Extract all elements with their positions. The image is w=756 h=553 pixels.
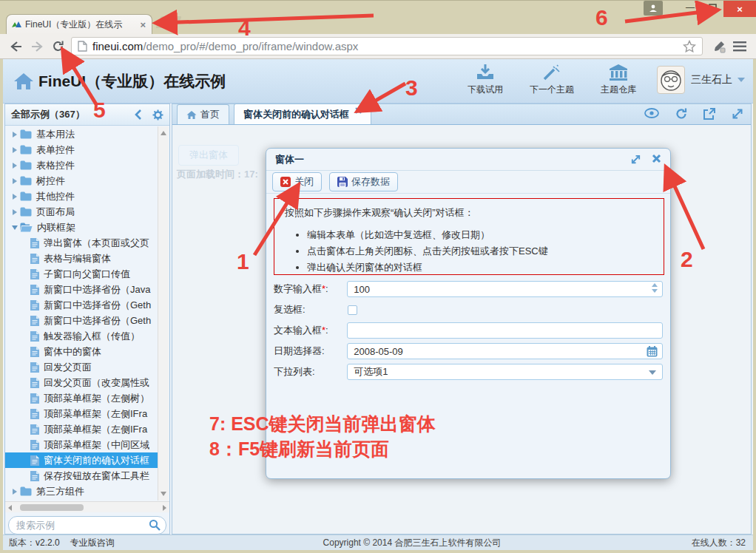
- folder-icon: [20, 176, 32, 186]
- dropdown-select[interactable]: 可选项1: [347, 364, 663, 380]
- number-input[interactable]: 100: [347, 281, 663, 297]
- scroll-left-arrow[interactable]: [8, 505, 12, 511]
- tree-expand-icon[interactable]: [10, 489, 20, 495]
- tab-active-window-confirm[interactable]: 窗体关闭前的确认对话框: [234, 104, 371, 124]
- tree-item[interactable]: 新窗口中选择省份（Geth: [5, 313, 158, 328]
- maximize-button[interactable]: [701, 1, 723, 14]
- tree-expand-icon[interactable]: [10, 132, 20, 138]
- dialog-maximize-icon[interactable]: [630, 154, 641, 165]
- tree-item[interactable]: 内联框架: [5, 220, 158, 235]
- url-host: fineui.com: [92, 40, 143, 52]
- tree-item[interactable]: 顶部菜单框架（左侧树）: [5, 390, 158, 406]
- tree-item[interactable]: 保存按钮放在窗体工具栏: [5, 468, 158, 484]
- tab-close-icon[interactable]: ×: [138, 19, 147, 30]
- profile-icon[interactable]: [644, 1, 663, 16]
- tree-item[interactable]: 基本用法: [5, 126, 158, 142]
- download-trial-button[interactable]: 下载试用: [468, 64, 503, 96]
- gear-icon[interactable]: [152, 109, 163, 121]
- tree-item[interactable]: 表格控件: [5, 157, 158, 173]
- tree-item[interactable]: 回发父页面（改变属性或: [5, 375, 158, 390]
- search-input[interactable]: [8, 516, 166, 535]
- tree-item[interactable]: 顶部菜单框架（左侧IFra: [5, 406, 158, 421]
- tree-item[interactable]: 表格与编辑窗体: [5, 251, 158, 266]
- tree-item[interactable]: 顶部菜单框架（左侧IFra: [5, 421, 158, 437]
- tree-item[interactable]: 新窗口中选择省份（Geth: [5, 297, 158, 313]
- fullscreen-icon[interactable]: [732, 108, 743, 120]
- file-icon: [30, 316, 39, 326]
- tab-close-icon[interactable]: [355, 107, 362, 114]
- user-menu[interactable]: 三生石上: [691, 73, 746, 86]
- tree-item[interactable]: 第三方组件: [5, 484, 158, 499]
- search-icon[interactable]: [149, 519, 161, 534]
- number-spinner[interactable]: [652, 283, 658, 293]
- tree-item[interactable]: 表单控件: [5, 142, 158, 157]
- back-button[interactable]: [6, 37, 27, 56]
- browser-titlebar: FineUI（专业版）在线示 × — ×: [0, 1, 756, 34]
- file-icon: [30, 455, 39, 466]
- browser-navbar: fineui.com/demo_pro/#/demo_pro/iframe/wi…: [0, 34, 756, 59]
- scroll-up-arrow[interactable]: [161, 131, 166, 135]
- collapse-panel-icon[interactable]: [135, 109, 142, 120]
- version-link[interactable]: v2.2.0: [36, 537, 60, 548]
- file-icon: [30, 409, 39, 419]
- file-icon: [30, 393, 39, 404]
- tree-horizontal-scrollbar[interactable]: [5, 501, 169, 512]
- text-field-label: 文本输入框*:: [274, 324, 347, 337]
- view-source-eye-icon[interactable]: [644, 108, 659, 118]
- file-icon: [30, 254, 39, 264]
- file-icon: [30, 331, 39, 342]
- refresh-icon[interactable]: [675, 108, 687, 120]
- tree-item[interactable]: 触发器输入框（传值）: [5, 328, 158, 344]
- checkbox[interactable]: [348, 305, 357, 315]
- tree-item[interactable]: 弹出窗体（本页面或父页: [5, 235, 158, 251]
- tree-item[interactable]: 页面布局: [5, 204, 158, 220]
- theme-repo-button[interactable]: 主题仓库: [601, 64, 636, 96]
- tree-expand-icon[interactable]: [10, 178, 20, 184]
- instruction-item: 点击窗体右上角关闭图标、点击关闭按钮或者按下ESC键: [307, 245, 653, 258]
- tree-expand-icon[interactable]: [10, 194, 20, 200]
- home-icon[interactable]: [13, 72, 34, 93]
- close-window-button[interactable]: ×: [723, 1, 756, 17]
- scrollbar-thumb[interactable]: [20, 504, 84, 511]
- dialog-titlebar[interactable]: 窗体一: [266, 149, 670, 171]
- examples-panel: 全部示例（367） 基本用法表单控件表格控件树控件其他控件页面布局内联框架弹出窗…: [4, 104, 170, 535]
- scroll-right-arrow[interactable]: [163, 505, 166, 511]
- new-tab-button[interactable]: [155, 16, 181, 28]
- close-button[interactable]: 关闭: [272, 172, 322, 191]
- tree-expand-icon[interactable]: [10, 209, 20, 215]
- save-data-button[interactable]: 保存数据: [329, 172, 398, 191]
- file-icon: [30, 285, 39, 295]
- forward-button[interactable]: [27, 37, 47, 56]
- bookmark-star-icon[interactable]: [683, 40, 696, 52]
- tree-expand-icon[interactable]: [10, 147, 20, 153]
- address-bar[interactable]: fineui.com/demo_pro/#/demo_pro/iframe/wi…: [71, 37, 703, 55]
- tree-item[interactable]: 顶部菜单框架（中间区域: [5, 437, 158, 452]
- tree-vertical-scrollbar[interactable]: [158, 126, 169, 501]
- tree-item[interactable]: 树控件: [5, 173, 158, 189]
- tree-item[interactable]: 窗体中的窗体: [5, 344, 158, 359]
- browser-tab[interactable]: FineUI（专业版）在线示 ×: [6, 14, 152, 34]
- tree-item[interactable]: 其他控件: [5, 189, 158, 204]
- extension-eyedropper-icon[interactable]: [709, 37, 729, 56]
- calendar-icon[interactable]: [647, 346, 658, 359]
- next-theme-button[interactable]: 下一个主题: [530, 64, 574, 96]
- tree-item[interactable]: 回发父页面: [5, 359, 158, 375]
- date-picker-input[interactable]: 2008-05-09: [347, 343, 663, 359]
- tree-collapse-icon[interactable]: [10, 225, 20, 230]
- scroll-down-arrow[interactable]: [161, 492, 166, 496]
- tree-item[interactable]: 新窗口中选择省份（Java: [5, 282, 158, 297]
- tree-item-label: 保存按钮放在窗体工具栏: [44, 468, 149, 484]
- tab-home[interactable]: 首页: [177, 104, 229, 124]
- dialog-close-icon[interactable]: [652, 154, 661, 163]
- text-input[interactable]: [347, 322, 663, 339]
- dropdown-caret-icon: [649, 370, 656, 375]
- minimize-button[interactable]: —: [679, 1, 701, 14]
- reload-button[interactable]: [47, 37, 68, 56]
- avatar[interactable]: [657, 66, 685, 94]
- tree-item[interactable]: 窗体关闭前的确认对话框: [5, 452, 158, 468]
- tree-item[interactable]: 子窗口向父窗口传值: [5, 266, 158, 282]
- menu-icon[interactable]: [729, 37, 750, 56]
- tree-expand-icon[interactable]: [10, 163, 20, 169]
- open-new-window-icon[interactable]: [703, 108, 715, 120]
- consult-link[interactable]: 专业版咨询: [70, 537, 115, 548]
